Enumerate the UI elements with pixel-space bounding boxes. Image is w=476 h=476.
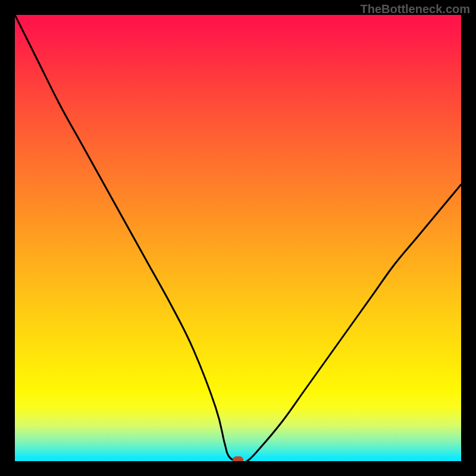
chart-container: TheBottleneck.com: [0, 0, 476, 476]
bottleneck-curve: [15, 15, 461, 461]
watermark-text: TheBottleneck.com: [361, 2, 470, 16]
plot-area: [15, 15, 461, 461]
optimum-marker: [233, 456, 243, 461]
